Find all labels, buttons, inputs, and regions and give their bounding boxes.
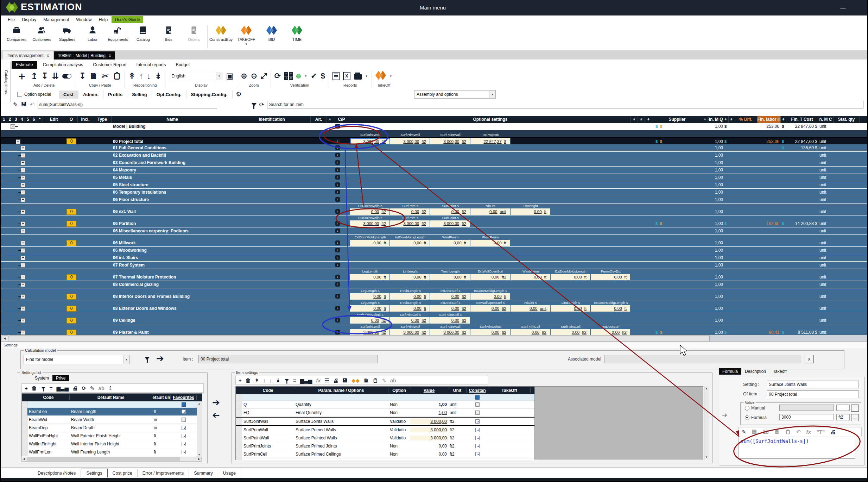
bottom-tab-settings[interactable]: Settings <box>81 469 107 477</box>
toggle-icon[interactable] <box>62 74 71 79</box>
scroll-left-button[interactable]: ◀ <box>2 336 8 341</box>
move-left-arrow-icon[interactable]: ➔ <box>212 411 220 420</box>
grid-row[interactable]: LegLength-sTreshLength-sIntDoorSurf-sInt… <box>1 288 867 300</box>
param-value-cell[interactable]: 0,00ft <box>350 240 390 246</box>
col-stat-qty[interactable]: Stat. qty <box>834 116 860 123</box>
chart-icon[interactable]: ▆▃▅ <box>57 386 69 391</box>
fx-icon[interactable]: fx <box>316 378 321 383</box>
param-value[interactable]: 3 000,00 <box>410 427 448 432</box>
search-input[interactable]: Search for an item <box>267 101 863 108</box>
download-icon[interactable]: ⇩ <box>108 386 113 391</box>
col-num-4[interactable]: 4 <box>19 116 25 123</box>
expand-icon[interactable]: + <box>21 221 25 226</box>
toolbar-button-labor[interactable]: Labor <box>80 24 105 50</box>
toolbar-button-suppliers[interactable]: Suppliers <box>55 24 80 50</box>
paste-icon[interactable]: 📋︎ <box>373 378 378 383</box>
expand-icon[interactable]: + <box>21 146 25 150</box>
takeoff-diamond-icon[interactable]: ◆◆ <box>351 378 360 383</box>
param-value-cell[interactable]: 0,00ft <box>551 274 591 280</box>
param-value-cell[interactable]: 0,00ft2 <box>470 274 511 280</box>
add-icon[interactable]: ＋ <box>17 72 27 80</box>
cp-icon[interactable]: ↓ <box>335 197 340 202</box>
undo-icon[interactable]: ↶ <box>796 429 801 434</box>
tab-shipping-config-[interactable]: Shipping.Config. <box>186 90 233 99</box>
param-value-cell[interactable]: 0,00ft <box>470 293 511 300</box>
bottom-tab-descriptions-notes[interactable]: Descriptions /Notes <box>33 469 81 477</box>
expand-icon[interactable]: + <box>21 198 25 202</box>
cp-icon[interactable]: ↓ <box>335 182 340 187</box>
undo-icon[interactable]: ↶ <box>30 101 34 108</box>
constant-checkbox[interactable] <box>475 419 480 424</box>
param-value-cell[interactable]: 3 000,00ft2 <box>350 138 390 145</box>
chart-icon[interactable]: ▆▃▅ <box>300 378 312 383</box>
cp-icon[interactable]: ↓ <box>335 168 340 172</box>
zoom-in-icon[interactable]: ⊕ <box>241 72 247 80</box>
option-special-checkbox[interactable] <box>17 92 22 97</box>
settings-list-vscrollbar[interactable]: ▲▼ <box>197 401 202 457</box>
cp-icon[interactable]: ↓ <box>335 153 340 157</box>
option-flag[interactable]: 0 <box>66 274 76 280</box>
toolbar-button-takeoff[interactable]: TAKEOFF ▼ <box>234 24 259 50</box>
col-name[interactable]: Name <box>112 116 233 123</box>
favourite-checkbox[interactable] <box>182 442 186 446</box>
filter-icon[interactable] <box>252 103 256 106</box>
grid-row[interactable]: LegLength-sTreshLength-sIntDoorSurf-sExt… <box>1 300 867 312</box>
list-icon[interactable]: ☰ <box>325 378 329 383</box>
formula-value-field[interactable]: 3000 <box>779 414 834 420</box>
col--diff-[interactable]: % Diff. <box>734 116 758 123</box>
cp-icon[interactable]: ↓ <box>335 318 340 323</box>
param-value-cell[interactable]: 0,00ft2 <box>470 305 511 312</box>
expand-icon[interactable]: + <box>21 153 25 158</box>
save-icon[interactable]: 💾︎ <box>21 101 27 108</box>
minimize-button[interactable]: — <box>840 5 846 11</box>
item-settings-row[interactable]: SurfPrimWall Surface Primed Walls Valida… <box>236 426 535 434</box>
toolbar-button-constructbuy[interactable]: ConstructBuy <box>208 24 234 50</box>
option-flag[interactable]: 0 <box>66 240 76 246</box>
grid-row[interactable]: ExtDoorMoldgLengthIntDoorMoldgLengthWind… <box>1 235 867 247</box>
formula-panel-tab-takeoff[interactable]: Takeoff <box>769 368 790 375</box>
constant-checkbox[interactable] <box>475 444 480 448</box>
settings-list-row[interactable]: WallExtFinHght Wall Exterior Finish Heig… <box>22 432 202 440</box>
zoom-out-icon[interactable]: ⊖ <box>251 72 257 80</box>
grid-row[interactable]: +05 Metals↓1,00unit <box>1 174 867 181</box>
cp-icon[interactable]: ↓ <box>335 275 340 279</box>
col-n-m-c[interactable]: n. M C <box>818 116 834 123</box>
tab-budget[interactable]: Budget <box>172 61 194 69</box>
edit-pencil-icon[interactable]: ✎ <box>90 386 95 391</box>
delete-icon[interactable]: 🗑︎ <box>32 386 37 391</box>
param-value-cell[interactable]: 0,00ft <box>350 274 390 280</box>
param-value-cell[interactable]: 0,00ft <box>470 240 511 246</box>
settings-list-hscrollbar[interactable]: ◀ ▶ <box>21 457 202 462</box>
formula-panel-tab-formula[interactable]: Formula <box>719 368 741 375</box>
move-right-arrow-icon[interactable]: ➔ <box>212 398 220 407</box>
menu-display[interactable]: Display <box>19 16 39 23</box>
refresh-icon[interactable]: ⟳ <box>259 101 264 108</box>
import-icon[interactable]: ↧ <box>79 72 86 80</box>
settings-list-row[interactable]: WallIntFinHght Wall Interior Finish Heig… <box>22 440 202 448</box>
print-icon[interactable]: 🖨︎ <box>333 378 338 383</box>
col-type[interactable]: Type <box>93 116 112 123</box>
rename-icon[interactable]: ab <box>98 386 104 391</box>
status-dot-icon[interactable] <box>296 74 301 79</box>
param-value[interactable]: 1,00 <box>410 410 448 415</box>
grid-row[interactable]: SurfPrimeJoints-sSurfPrimCeil-sSurfPaint… <box>1 312 867 324</box>
expand-icon[interactable]: + <box>21 294 25 299</box>
param-value-cell[interactable]: 0,00ft <box>390 293 430 300</box>
param-value-cell[interactable]: 0,00ft <box>390 305 430 312</box>
item-settings-row[interactable]: Q Quantity Non 1,00 unit <box>236 401 535 409</box>
param-value-cell[interactable]: 0,00ft2 <box>430 293 470 300</box>
param-value-cell[interactable]: 0,00ft <box>591 274 631 280</box>
param-value[interactable]: 0,00 <box>410 444 448 449</box>
expand-icon[interactable]: + <box>21 306 25 311</box>
tab-compilation-analysis[interactable]: Compilation analysis <box>39 61 88 69</box>
copy-icon[interactable]: 🗎︎ <box>774 429 780 434</box>
filter-icon[interactable] <box>285 379 289 381</box>
expand-icon[interactable]: + <box>21 330 25 335</box>
option-flag[interactable]: 0 <box>66 330 76 336</box>
col-num-2[interactable]: 2 <box>7 116 13 123</box>
param-value-cell[interactable]: 0,00ft <box>430 240 470 246</box>
brush-icon[interactable]: ✎ <box>382 378 386 383</box>
save-icon[interactable]: 💾︎ <box>752 429 757 434</box>
menu-management[interactable]: Management <box>40 16 72 23</box>
constant-checkbox[interactable] <box>475 428 480 432</box>
